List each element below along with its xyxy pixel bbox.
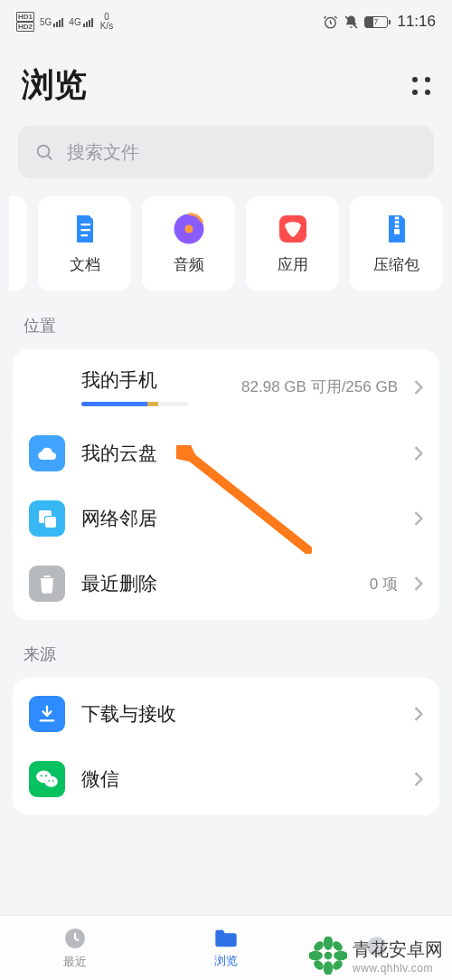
row-detail: 0 项 [370,574,398,595]
category-row: 文档 音频 应用 压缩包 [0,196,452,291]
svg-point-30 [324,961,334,975]
row-download[interactable]: 下载与接收 [13,681,439,747]
search-input[interactable]: 搜索文件 [18,126,434,178]
row-detail: 82.98 GB 可用/256 GB [241,376,398,397]
chevron-right-icon [414,707,423,721]
source-panel: 下载与接收 微信 [13,678,439,815]
folder-icon [213,928,239,949]
category-label: 应用 [278,254,308,275]
network-icon [36,508,58,529]
svg-point-20 [44,776,58,787]
page-title: 浏览 [22,63,87,108]
row-label: 我的手机 [81,367,225,393]
svg-rect-10 [394,217,399,220]
row-label: 我的云盘 [81,441,398,466]
svg-rect-5 [80,229,90,231]
storage-bar [81,402,188,406]
section-title-source: 来源 [0,620,452,678]
category-label: 文档 [70,254,100,275]
category-app[interactable]: 应用 [246,196,339,291]
nav-recent[interactable]: 最近 [0,916,151,980]
row-my-phone[interactable]: 我的手机 82.98 GB 可用/256 GB [13,353,439,421]
svg-point-24 [52,780,54,782]
category-prev-sliver[interactable] [9,196,27,291]
section-title-location: 位置 [0,291,452,349]
watermark: 青花安卓网 www.qhhlv.com [309,937,443,975]
category-label: 音频 [174,254,204,275]
svg-point-36 [331,958,344,972]
svg-rect-6 [80,234,88,236]
row-label: 最近删除 [81,571,353,596]
svg-point-28 [325,952,333,960]
nav-browse[interactable]: 浏览 [151,916,302,980]
nav-label: 浏览 [214,953,238,969]
battery-icon: 37 [364,16,388,28]
svg-point-29 [324,937,334,950]
category-archive[interactable]: 压缩包 [350,196,443,291]
svg-point-34 [331,939,344,953]
watermark-brand: 青花安卓网 [353,937,443,962]
chevron-right-icon [414,511,423,526]
category-doc[interactable]: 文档 [38,196,131,291]
signal-icon [53,16,63,27]
row-label: 下载与接收 [81,701,398,727]
svg-point-31 [309,951,323,961]
trash-icon [38,574,56,594]
wechat-icon [35,769,59,789]
more-menu-icon[interactable] [412,77,430,95]
page-header: 浏览 [0,43,452,122]
row-wechat[interactable]: 微信 [13,747,439,812]
svg-rect-11 [394,221,399,224]
search-icon [34,142,54,162]
hd1-badge: HD1 [16,12,34,22]
net1-label: 5G [40,18,52,27]
svg-rect-15 [45,394,49,395]
watermark-url: www.qhhlv.com [353,962,443,975]
audio-icon [173,213,205,245]
cloud-icon [36,445,58,461]
status-right: 37 11:16 [323,13,436,31]
svg-point-33 [312,939,325,953]
watermark-logo-icon [309,937,347,975]
download-icon [37,704,57,724]
row-cloud[interactable]: 我的云盘 [13,421,439,486]
nav-label: 最近 [63,954,87,970]
doc-icon [69,213,101,245]
svg-point-2 [38,146,50,157]
svg-line-3 [48,156,52,159]
category-audio[interactable]: 音频 [142,196,235,291]
clock: 11:16 [397,13,436,31]
status-bar: HD1 HD2 5G 4G 0 K/s 37 11:16 [0,0,452,43]
search-placeholder: 搜索文件 [67,140,139,165]
svg-rect-4 [80,224,90,225]
chevron-right-icon [414,446,423,461]
svg-point-22 [45,775,47,776]
svg-rect-18 [45,517,56,528]
chevron-right-icon [414,576,423,591]
signal-icon [83,16,93,27]
hd2-badge: HD2 [16,22,34,32]
clock-icon [63,927,87,950]
svg-point-32 [334,951,347,961]
app-icon [277,213,309,245]
archive-icon [381,213,413,245]
net2-label: 4G [69,18,80,27]
svg-rect-13 [394,229,400,234]
speed-unit: K/s [100,22,113,31]
svg-point-8 [184,225,193,233]
svg-rect-12 [394,225,399,228]
svg-point-35 [312,958,325,972]
alarm-icon [323,14,338,30]
phone-icon [38,376,56,399]
svg-point-23 [48,780,50,782]
location-panel: 我的手机 82.98 GB 可用/256 GB 我的云盘 网络邻居 最近删除 0… [13,349,439,620]
row-label: 网络邻居 [81,506,398,531]
bell-off-icon [344,14,359,30]
row-network[interactable]: 网络邻居 [13,486,439,551]
category-label: 压缩包 [373,254,419,275]
row-label: 微信 [81,766,398,792]
chevron-right-icon [414,772,423,786]
chevron-right-icon [414,380,423,395]
status-left: HD1 HD2 5G 4G 0 K/s [16,12,113,32]
row-trash[interactable]: 最近删除 0 项 [13,551,439,616]
